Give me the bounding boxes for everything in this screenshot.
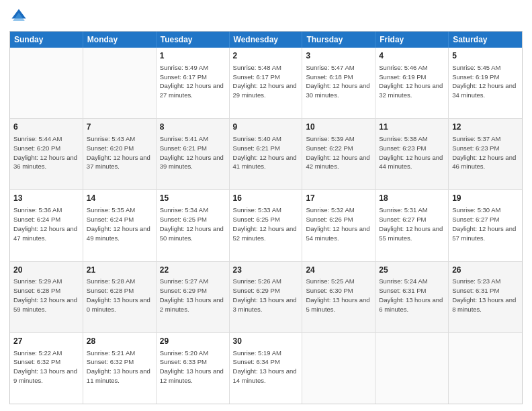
day-info: Sunrise: 5:22 AM Sunset: 6:32 PM Dayligh… (13, 349, 79, 385)
calendar-cell: 5Sunrise: 5:45 AM Sunset: 6:19 PM Daylig… (449, 48, 522, 118)
day-info: Sunrise: 5:46 AM Sunset: 6:19 PM Dayligh… (379, 63, 445, 100)
day-number: 4 (379, 50, 445, 62)
day-number: 11 (379, 122, 445, 133)
day-info: Sunrise: 5:23 AM Sunset: 6:31 PM Dayligh… (452, 277, 519, 314)
day-info: Sunrise: 5:47 AM Sunset: 6:18 PM Dayligh… (306, 63, 371, 100)
calendar-cell: 3Sunrise: 5:47 AM Sunset: 6:18 PM Daylig… (302, 48, 375, 118)
calendar-cell: 21Sunrise: 5:28 AM Sunset: 6:28 PM Dayli… (83, 262, 157, 332)
day-info: Sunrise: 5:34 AM Sunset: 6:25 PM Dayligh… (160, 205, 226, 242)
calendar-header-row: SundayMondayTuesdayWednesdayThursdayFrid… (10, 32, 522, 48)
day-number: 28 (87, 336, 152, 347)
day-number: 2 (233, 50, 299, 62)
calendar-cell (10, 48, 83, 118)
calendar-week-3: 13Sunrise: 5:36 AM Sunset: 6:24 PM Dayli… (10, 189, 522, 261)
calendar-cell: 13Sunrise: 5:36 AM Sunset: 6:24 PM Dayli… (10, 190, 83, 261)
header-day-sunday: Sunday (10, 32, 83, 48)
day-number: 30 (233, 336, 299, 347)
header (9, 7, 523, 26)
day-number: 27 (13, 336, 79, 347)
day-number: 21 (87, 265, 152, 276)
calendar-cell: 24Sunrise: 5:25 AM Sunset: 6:30 PM Dayli… (302, 262, 375, 332)
calendar-cell: 28Sunrise: 5:21 AM Sunset: 6:32 PM Dayli… (83, 333, 157, 404)
day-info: Sunrise: 5:25 AM Sunset: 6:30 PM Dayligh… (306, 277, 371, 314)
calendar-cell: 1Sunrise: 5:49 AM Sunset: 6:17 PM Daylig… (157, 48, 230, 118)
calendar-week-2: 6Sunrise: 5:44 AM Sunset: 6:20 PM Daylig… (10, 118, 522, 189)
day-info: Sunrise: 5:21 AM Sunset: 6:32 PM Dayligh… (87, 349, 152, 385)
calendar-body: 1Sunrise: 5:49 AM Sunset: 6:17 PM Daylig… (10, 48, 522, 404)
day-number: 8 (160, 122, 226, 133)
calendar-week-4: 20Sunrise: 5:29 AM Sunset: 6:28 PM Dayli… (10, 261, 522, 332)
day-number: 1 (160, 50, 226, 62)
calendar-cell: 19Sunrise: 5:30 AM Sunset: 6:27 PM Dayli… (449, 190, 522, 261)
calendar-cell: 17Sunrise: 5:32 AM Sunset: 6:26 PM Dayli… (302, 190, 375, 261)
day-info: Sunrise: 5:37 AM Sunset: 6:23 PM Dayligh… (452, 134, 519, 171)
day-info: Sunrise: 5:35 AM Sunset: 6:24 PM Dayligh… (87, 205, 152, 242)
day-number: 23 (233, 265, 299, 276)
day-info: Sunrise: 5:19 AM Sunset: 6:34 PM Dayligh… (233, 349, 299, 385)
calendar-cell: 26Sunrise: 5:23 AM Sunset: 6:31 PM Dayli… (449, 262, 522, 332)
day-number: 24 (306, 265, 371, 276)
day-number: 13 (13, 193, 79, 204)
day-info: Sunrise: 5:48 AM Sunset: 6:17 PM Dayligh… (233, 63, 299, 100)
calendar-cell: 2Sunrise: 5:48 AM Sunset: 6:17 PM Daylig… (230, 48, 303, 118)
day-number: 20 (13, 265, 79, 276)
calendar-cell: 10Sunrise: 5:39 AM Sunset: 6:22 PM Dayli… (302, 119, 375, 189)
day-info: Sunrise: 5:27 AM Sunset: 6:29 PM Dayligh… (160, 277, 226, 314)
day-number: 25 (379, 265, 445, 276)
day-number: 9 (233, 122, 299, 133)
day-info: Sunrise: 5:38 AM Sunset: 6:23 PM Dayligh… (379, 134, 445, 171)
header-day-thursday: Thursday (302, 32, 375, 48)
calendar-cell: 22Sunrise: 5:27 AM Sunset: 6:29 PM Dayli… (157, 262, 230, 332)
day-info: Sunrise: 5:40 AM Sunset: 6:21 PM Dayligh… (233, 134, 299, 171)
day-number: 29 (160, 336, 226, 347)
calendar-cell: 9Sunrise: 5:40 AM Sunset: 6:21 PM Daylig… (230, 119, 303, 189)
header-day-monday: Monday (83, 32, 157, 48)
calendar-cell (83, 48, 157, 118)
day-info: Sunrise: 5:41 AM Sunset: 6:21 PM Dayligh… (160, 134, 226, 171)
calendar: SundayMondayTuesdayWednesdayThursdayFrid… (9, 31, 523, 404)
day-number: 19 (452, 193, 519, 204)
calendar-cell: 15Sunrise: 5:34 AM Sunset: 6:25 PM Dayli… (157, 190, 230, 261)
day-info: Sunrise: 5:32 AM Sunset: 6:26 PM Dayligh… (306, 205, 371, 242)
day-number: 15 (160, 193, 226, 204)
calendar-cell: 30Sunrise: 5:19 AM Sunset: 6:34 PM Dayli… (230, 333, 303, 404)
header-day-tuesday: Tuesday (157, 32, 230, 48)
day-info: Sunrise: 5:31 AM Sunset: 6:27 PM Dayligh… (379, 205, 445, 242)
calendar-cell: 16Sunrise: 5:33 AM Sunset: 6:25 PM Dayli… (230, 190, 303, 261)
calendar-cell (302, 333, 375, 404)
day-info: Sunrise: 5:28 AM Sunset: 6:28 PM Dayligh… (87, 277, 152, 314)
calendar-week-1: 1Sunrise: 5:49 AM Sunset: 6:17 PM Daylig… (10, 48, 522, 118)
day-info: Sunrise: 5:29 AM Sunset: 6:28 PM Dayligh… (13, 277, 79, 314)
calendar-cell: 4Sunrise: 5:46 AM Sunset: 6:19 PM Daylig… (375, 48, 449, 118)
day-number: 6 (13, 122, 79, 133)
day-number: 3 (306, 50, 371, 62)
calendar-cell: 6Sunrise: 5:44 AM Sunset: 6:20 PM Daylig… (10, 119, 83, 189)
day-info: Sunrise: 5:24 AM Sunset: 6:31 PM Dayligh… (379, 277, 445, 314)
day-info: Sunrise: 5:43 AM Sunset: 6:20 PM Dayligh… (87, 134, 152, 171)
day-number: 10 (306, 122, 371, 133)
day-info: Sunrise: 5:36 AM Sunset: 6:24 PM Dayligh… (13, 205, 79, 242)
day-info: Sunrise: 5:20 AM Sunset: 6:33 PM Dayligh… (160, 349, 226, 385)
day-info: Sunrise: 5:30 AM Sunset: 6:27 PM Dayligh… (452, 205, 519, 242)
day-number: 18 (379, 193, 445, 204)
calendar-week-5: 27Sunrise: 5:22 AM Sunset: 6:32 PM Dayli… (10, 332, 522, 404)
day-info: Sunrise: 5:44 AM Sunset: 6:20 PM Dayligh… (13, 134, 79, 171)
calendar-cell: 14Sunrise: 5:35 AM Sunset: 6:24 PM Dayli… (83, 190, 157, 261)
calendar-cell (375, 333, 449, 404)
day-number: 14 (87, 193, 152, 204)
day-info: Sunrise: 5:49 AM Sunset: 6:17 PM Dayligh… (160, 63, 226, 100)
logo-icon (9, 7, 28, 26)
calendar-cell: 25Sunrise: 5:24 AM Sunset: 6:31 PM Dayli… (375, 262, 449, 332)
day-number: 5 (452, 50, 519, 62)
day-number: 7 (87, 122, 152, 133)
day-info: Sunrise: 5:26 AM Sunset: 6:29 PM Dayligh… (233, 277, 299, 314)
day-number: 26 (452, 265, 519, 276)
calendar-cell (449, 333, 522, 404)
calendar-cell: 12Sunrise: 5:37 AM Sunset: 6:23 PM Dayli… (449, 119, 522, 189)
calendar-cell: 8Sunrise: 5:41 AM Sunset: 6:21 PM Daylig… (157, 119, 230, 189)
calendar-cell: 27Sunrise: 5:22 AM Sunset: 6:32 PM Dayli… (10, 333, 83, 404)
calendar-cell: 7Sunrise: 5:43 AM Sunset: 6:20 PM Daylig… (83, 119, 157, 189)
calendar-cell: 20Sunrise: 5:29 AM Sunset: 6:28 PM Dayli… (10, 262, 83, 332)
day-number: 16 (233, 193, 299, 204)
day-number: 17 (306, 193, 371, 204)
